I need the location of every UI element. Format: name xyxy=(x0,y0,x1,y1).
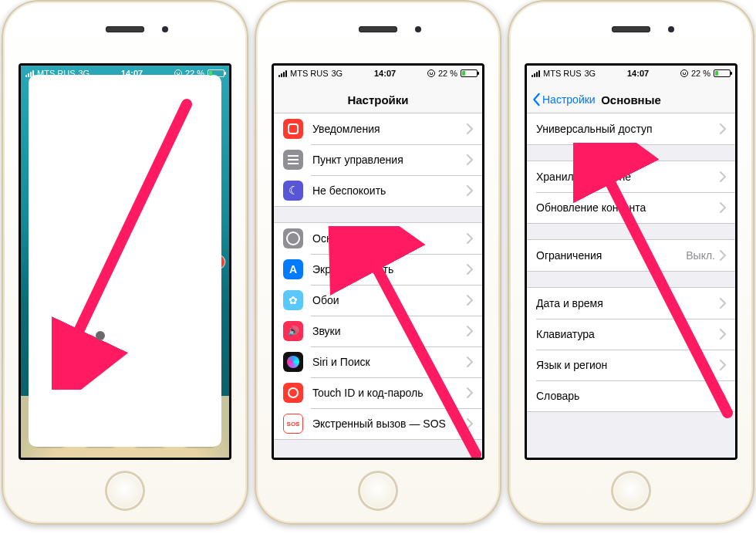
status-time: 14:07 xyxy=(121,69,143,78)
chevron-right-icon xyxy=(467,154,473,165)
row-label: Не беспокоить xyxy=(312,184,467,197)
signal-icon xyxy=(278,70,287,77)
dock xyxy=(21,393,229,458)
battery-text: 22 % xyxy=(438,69,457,78)
network: 3G xyxy=(585,69,596,78)
network: 3G xyxy=(79,69,90,78)
chevron-right-icon xyxy=(720,123,726,134)
general-row-Клавиатура[interactable]: Клавиатура xyxy=(527,319,735,350)
row-label: Уведомления xyxy=(312,123,467,135)
page-title: Основные xyxy=(527,93,735,106)
row-label: Язык и регион xyxy=(536,359,720,371)
settings-row-Основные[interactable]: Основные xyxy=(274,223,482,254)
row-label: Универсальный доступ xyxy=(536,123,720,135)
network: 3G xyxy=(332,69,343,78)
dock-Музыка[interactable] xyxy=(180,407,220,447)
phone-home: MTS RUS3G 14:07 22 % 8ПочтаКалендарьФото… xyxy=(2,0,248,525)
chevron-right-icon xyxy=(467,357,473,367)
status-time: 14:07 xyxy=(627,69,649,78)
settings-list[interactable]: УведомленияПункт управленияНе беспокоить… xyxy=(274,113,482,458)
settings-row-Обои[interactable]: Обои xyxy=(274,285,482,316)
row-label: Словарь xyxy=(536,390,720,402)
general-row-Обновление контента[interactable]: Обновление контента xyxy=(527,192,735,223)
chevron-right-icon xyxy=(720,298,726,309)
ri-wall-icon xyxy=(283,290,303,310)
ri-touchid-icon xyxy=(283,383,303,403)
battery-icon xyxy=(461,69,478,77)
chevron-right-icon xyxy=(720,171,726,182)
chevron-right-icon xyxy=(467,295,473,306)
row-label: Обновление контента xyxy=(536,201,720,214)
ri-display-icon xyxy=(283,259,303,279)
settings-row-Touch ID и код-пароль[interactable]: Touch ID и код-пароль xyxy=(274,377,482,408)
general-row-Универсальный доступ[interactable]: Универсальный доступ xyxy=(527,113,735,144)
settings-row-Экран и яркость[interactable]: Экран и яркость xyxy=(274,254,482,285)
carrier: MTS RUS xyxy=(37,69,76,78)
speaker-grille xyxy=(106,26,144,32)
rotation-lock-icon xyxy=(174,69,182,77)
ri-general-icon xyxy=(283,228,303,248)
screen-general: MTS RUS3G 14:07 22 % Настройки Основные … xyxy=(525,63,737,460)
screen-home: MTS RUS3G 14:07 22 % 8ПочтаКалендарьФото… xyxy=(19,63,231,460)
general-row-Словарь[interactable]: Словарь xyxy=(527,380,735,411)
home-button[interactable] xyxy=(358,471,398,511)
row-label: Основные xyxy=(312,232,467,245)
home-content: 8ПочтаКалендарьФотоКартыЧасыЗаметкиПогод… xyxy=(21,66,229,458)
chevron-right-icon xyxy=(467,233,473,244)
settings-row-Экстренный вызов — SOS[interactable]: Экстренный вызов — SOS xyxy=(274,408,482,439)
row-label: Клавиатура xyxy=(536,328,720,340)
status-bar: MTS RUS3G 14:07 22 % xyxy=(274,66,482,81)
status-bar: MTS RUS3G 14:07 22 % xyxy=(21,66,229,81)
chevron-right-icon xyxy=(467,418,473,429)
chevron-right-icon xyxy=(467,264,473,275)
chevron-right-icon xyxy=(720,390,726,401)
chevron-right-icon xyxy=(720,329,726,340)
rotation-lock-icon xyxy=(427,69,435,77)
carrier: MTS RUS xyxy=(290,69,329,78)
chevron-right-icon xyxy=(720,250,726,261)
status-time: 14:07 xyxy=(374,69,396,78)
settings-row-Siri и Поиск[interactable]: Siri и Поиск xyxy=(274,346,482,377)
speaker-grille xyxy=(359,26,397,32)
front-camera xyxy=(668,26,674,32)
settings-row-Не беспокоить[interactable]: Не беспокоить xyxy=(274,175,482,206)
ri-control-icon xyxy=(283,150,303,170)
carrier: MTS RUS xyxy=(543,69,582,78)
general-group: Хранилище iPhoneОбновление контента xyxy=(527,161,735,224)
ri-siri-icon xyxy=(283,352,303,372)
phone-settings: MTS RUS3G 14:07 22 % Настройки Уведомлен… xyxy=(255,0,501,525)
home-button[interactable] xyxy=(611,471,651,511)
battery-icon xyxy=(208,69,224,77)
settings-group: УведомленияПункт управленияНе беспокоить xyxy=(274,113,482,207)
battery-icon xyxy=(714,69,731,77)
row-value: Выкл. xyxy=(686,249,715,262)
front-camera xyxy=(415,26,421,32)
battery-text: 22 % xyxy=(691,69,710,78)
chevron-right-icon xyxy=(467,123,473,134)
row-label: Экран и яркость xyxy=(312,263,467,275)
chevron-right-icon xyxy=(720,202,726,213)
general-row-Язык и регион[interactable]: Язык и регион xyxy=(527,350,735,380)
home-button[interactable] xyxy=(105,471,145,511)
general-group: Дата и времяКлавиатураЯзык и регионСлова… xyxy=(527,287,735,412)
general-group: ОграниченияВыкл. xyxy=(527,239,735,272)
stage: MTS RUS3G 14:07 22 % 8ПочтаКалендарьФото… xyxy=(0,0,756,534)
settings-row-Уведомления[interactable]: Уведомления xyxy=(274,113,482,144)
general-group: Универсальный доступ xyxy=(527,113,735,145)
general-row-Ограничения[interactable]: ОграниченияВыкл. xyxy=(527,240,735,271)
ri-sound-icon xyxy=(283,321,303,341)
general-row-Дата и время[interactable]: Дата и время xyxy=(527,288,735,319)
page-title: Настройки xyxy=(274,93,482,106)
settings-row-Пункт управления[interactable]: Пункт управления xyxy=(274,144,482,175)
chevron-right-icon xyxy=(467,326,473,336)
chevron-right-icon xyxy=(720,360,726,370)
row-label: Обои xyxy=(312,294,467,306)
settings-row-Звуки[interactable]: Звуки xyxy=(274,316,482,346)
ri-notif-icon xyxy=(283,119,303,139)
signal-icon xyxy=(25,70,34,77)
phone-general: MTS RUS3G 14:07 22 % Настройки Основные … xyxy=(508,0,754,525)
general-row-Хранилище iPhone[interactable]: Хранилище iPhone xyxy=(527,161,735,192)
general-list[interactable]: Универсальный доступХранилище iPhoneОбно… xyxy=(527,113,735,458)
row-label: Хранилище iPhone xyxy=(536,171,720,183)
status-bar: MTS RUS3G 14:07 22 % xyxy=(527,66,735,81)
